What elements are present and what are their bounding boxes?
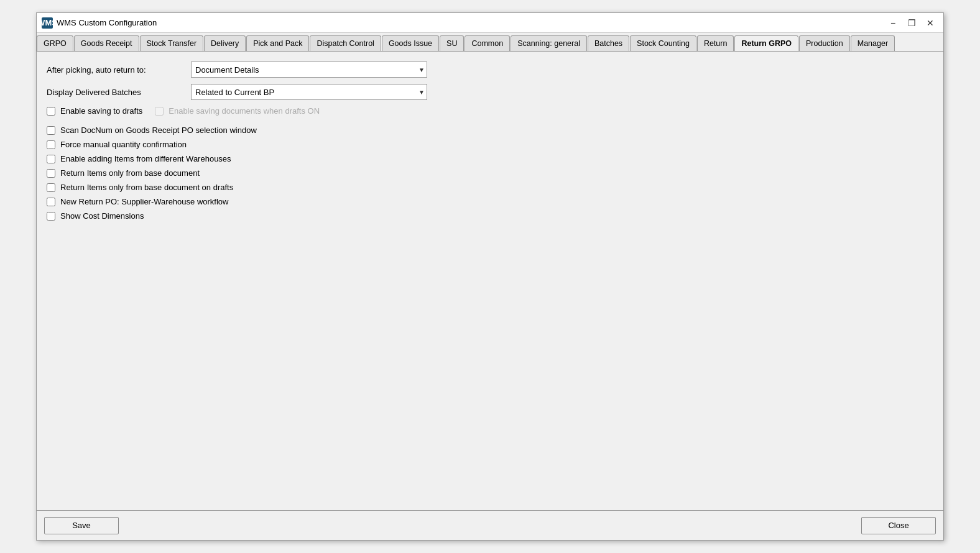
display-batches-select[interactable]: Related to Current BP All None [191,84,427,100]
window-title: WMS Custom Configuration [57,18,885,27]
tab-grpo[interactable]: GRPO [37,35,73,51]
auto-return-row: After picking, auto return to: Document … [47,62,933,78]
tab-su[interactable]: SU [440,35,464,51]
footer: Save Close [37,510,943,540]
save-button[interactable]: Save [44,517,119,534]
tab-goods-receipt[interactable]: Goods Receipt [74,35,139,51]
tab-manager[interactable]: Manager [851,35,895,51]
minimize-button[interactable]: − [885,16,901,30]
close-button-footer[interactable]: Close [861,517,936,534]
checkbox-enable-saving-when-drafts: Enable saving documents when drafts ON [155,106,320,116]
close-button[interactable]: ✕ [922,16,938,30]
checkbox-new-return-po: New Return PO: Supplier-Warehouse workfl… [47,197,933,206]
scan-docnum-checkbox[interactable] [47,126,55,135]
enable-saving-drafts-label: Enable saving to drafts [60,106,142,116]
show-cost-dimensions-label: Show Cost Dimensions [60,211,144,221]
checkbox-return-items-base-drafts: Return Items only from base document on … [47,183,933,192]
enable-saving-when-drafts-label: Enable saving documents when drafts ON [169,106,320,116]
display-batches-label: Display Delivered Batches [47,88,183,97]
tab-return[interactable]: Return [697,35,734,51]
force-manual-label: Force manual quantity confirmation [60,140,187,149]
title-bar: WMS WMS Custom Configuration − ❐ ✕ [37,13,943,33]
tab-batches[interactable]: Batches [588,35,629,51]
tab-scanning-general[interactable]: Scanning: general [511,35,587,51]
main-window: WMS WMS Custom Configuration − ❐ ✕ GRPO … [36,12,944,541]
new-return-po-label: New Return PO: Supplier-Warehouse workfl… [60,197,228,206]
tab-production[interactable]: Production [799,35,850,51]
return-items-base-drafts-checkbox[interactable] [47,183,55,192]
show-cost-dimensions-checkbox[interactable] [47,212,55,221]
tab-stock-counting[interactable]: Stock Counting [630,35,696,51]
new-return-po-checkbox[interactable] [47,198,55,206]
tab-delivery[interactable]: Delivery [204,35,246,51]
auto-return-select-wrapper: Document Details Main Menu Item List Pre… [191,62,427,78]
scan-docnum-label: Scan DocNum on Goods Receipt PO selectio… [60,126,257,135]
tab-goods-issue[interactable]: Goods Issue [382,35,439,51]
return-items-base-label: Return Items only from base document [60,168,200,178]
enable-saving-drafts-checkbox[interactable] [47,107,55,116]
checkbox-enable-adding-items: Enable adding Items from different Wareh… [47,154,933,163]
restore-button[interactable]: ❐ [904,16,920,30]
checkbox-scan-docnum: Scan DocNum on Goods Receipt PO selectio… [47,126,933,135]
tabs-bar: GRPO Goods Receipt Stock Transfer Delive… [37,33,943,52]
display-batches-select-wrapper: Related to Current BP All None ▼ [191,84,427,100]
force-manual-checkbox[interactable] [47,140,55,149]
tab-pick-and-pack[interactable]: Pick and Pack [246,35,309,51]
auto-return-label: After picking, auto return to: [47,65,183,75]
window-controls: − ❐ ✕ [885,16,938,30]
checkbox-show-cost-dimensions: Show Cost Dimensions [47,211,933,221]
display-batches-row: Display Delivered Batches Related to Cur… [47,84,933,100]
content-area: After picking, auto return to: Document … [37,52,943,510]
checkbox-return-items-base: Return Items only from base document [47,168,933,178]
tab-return-grpo[interactable]: Return GRPO [734,35,798,52]
checkbox-force-manual: Force manual quantity confirmation [47,140,933,149]
saving-drafts-row: Enable saving to drafts Enable saving do… [47,106,933,121]
enable-saving-when-drafts-checkbox[interactable] [155,107,164,116]
enable-adding-items-checkbox[interactable] [47,155,55,163]
return-items-base-checkbox[interactable] [47,169,55,178]
checkbox-enable-saving-drafts: Enable saving to drafts [47,106,142,116]
tab-dispatch-control[interactable]: Dispatch Control [310,35,381,51]
tab-stock-transfer[interactable]: Stock Transfer [140,35,204,51]
auto-return-select[interactable]: Document Details Main Menu Item List Pre… [191,62,427,78]
app-icon: WMS [42,17,53,29]
return-items-base-drafts-label: Return Items only from base document on … [60,183,233,192]
enable-adding-items-label: Enable adding Items from different Wareh… [60,154,231,163]
tab-common[interactable]: Common [465,35,510,51]
